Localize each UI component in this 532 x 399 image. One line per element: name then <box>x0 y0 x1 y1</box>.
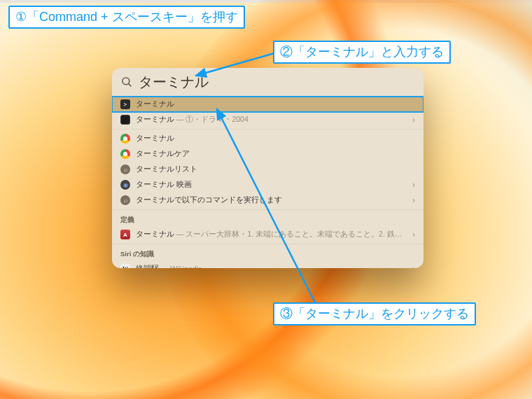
svg-point-2 <box>122 78 130 85</box>
wikipedia-icon <box>120 264 130 268</box>
chevron-right-icon: › <box>412 115 415 125</box>
result-title: ターミナルリスト <box>136 164 197 174</box>
result-title: ターミナルケア <box>136 149 190 159</box>
annotation-step-2: ②「ターミナル」と入力する <box>273 41 451 64</box>
chevron-right-icon: › <box>412 195 415 205</box>
search-icon <box>120 76 133 88</box>
search-suggestion-icon <box>120 164 130 174</box>
result-title: ターミナル <box>136 115 174 125</box>
annotation-step-1: ①「Command + スペースキー」を押す <box>8 6 245 29</box>
annotation-step-3: ③「ターミナル」をクリックする <box>273 302 476 326</box>
result-title: ターミナル <box>136 230 174 239</box>
chrome-icon <box>120 134 130 144</box>
terminal-icon <box>120 99 130 109</box>
movie-icon <box>120 115 130 125</box>
result-title: 終端駅 <box>136 264 159 268</box>
svg-line-0 <box>196 53 274 76</box>
chevron-right-icon: › <box>412 180 415 190</box>
search-suggestion-icon <box>120 195 130 205</box>
annotation-arrow-2 <box>192 50 277 80</box>
menubar <box>0 0 532 3</box>
result-title: ターミナル <box>136 134 174 144</box>
annotation-arrow-3 <box>213 105 325 315</box>
result-title: ターミナル <box>136 99 174 109</box>
svg-line-3 <box>128 83 131 86</box>
result-subtitle: — Wikipedia <box>161 265 202 268</box>
chevron-right-icon: › <box>412 264 415 268</box>
svg-line-1 <box>217 109 318 308</box>
result-title: ターミナル 映画 <box>136 180 192 190</box>
chevron-right-icon: › <box>412 230 415 239</box>
siri-icon <box>120 180 130 190</box>
chrome-icon <box>120 149 130 159</box>
macos-desktop: ①「Command + スペースキー」を押す ②「ターミナル」と入力する ③「タ… <box>0 0 532 399</box>
dictionary-icon <box>120 230 130 239</box>
